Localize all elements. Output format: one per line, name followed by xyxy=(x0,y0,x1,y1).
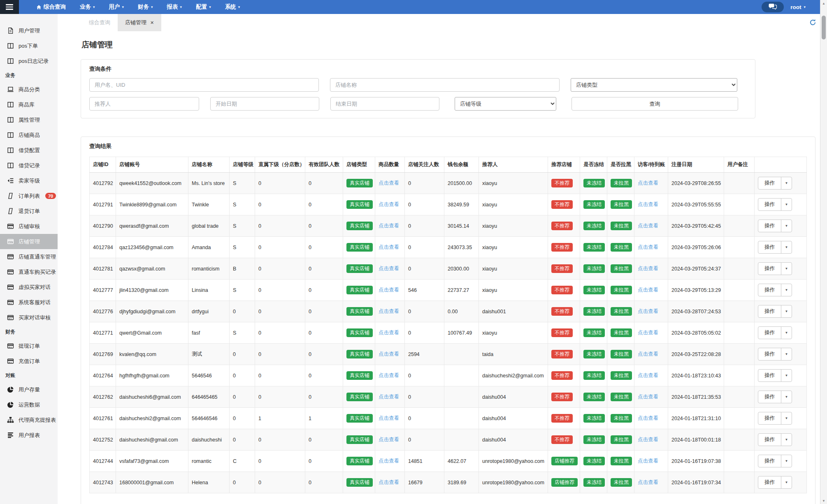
action-dropdown-toggle[interactable]: ▼ xyxy=(781,348,792,360)
action-button-label[interactable]: 操作 xyxy=(758,434,781,446)
sidebar-item-店铺商品[interactable]: 店铺商品 xyxy=(0,127,58,143)
sidebar-item-退货订单[interactable]: 退货订单 xyxy=(0,203,58,219)
action-dropdown-toggle[interactable]: ▼ xyxy=(781,391,792,403)
action-button[interactable]: 操作▼ xyxy=(758,198,792,211)
nav-item-财务[interactable]: 财务▾ xyxy=(138,3,153,11)
action-button-label[interactable]: 操作 xyxy=(758,263,781,275)
action-button[interactable]: 操作▼ xyxy=(758,369,792,382)
action-button-label[interactable]: 操作 xyxy=(758,284,781,296)
menu-toggle-button[interactable] xyxy=(0,0,19,14)
nav-item-业务[interactable]: 业务▾ xyxy=(80,3,95,11)
action-button[interactable]: 操作▼ xyxy=(758,326,792,339)
view-link[interactable]: 点击查看 xyxy=(379,223,399,229)
view-link[interactable]: 点击查看 xyxy=(638,330,658,335)
action-dropdown-toggle[interactable]: ▼ xyxy=(781,476,792,488)
sidebar-item-商品库[interactable]: 商品库 xyxy=(0,97,58,112)
view-link[interactable]: 点击查看 xyxy=(379,394,399,400)
action-button-label[interactable]: 操作 xyxy=(758,370,781,381)
sidebar-item-属性管理[interactable]: 属性管理 xyxy=(0,112,58,127)
view-link[interactable]: 点击查看 xyxy=(379,479,399,485)
sidebar-item-直通车购买记录[interactable]: 直通车购买记录 xyxy=(0,264,58,280)
tab-店铺管理[interactable]: 店铺管理✕ xyxy=(118,14,161,31)
action-button[interactable]: 操作▼ xyxy=(758,455,792,467)
sidebar-item-用户存量[interactable]: 用户存量 xyxy=(0,382,58,397)
action-button-label[interactable]: 操作 xyxy=(758,412,781,424)
view-link[interactable]: 点击查看 xyxy=(379,372,399,378)
referrer-input[interactable] xyxy=(89,97,199,111)
nav-item-综合查询[interactable]: 综合查询 xyxy=(36,3,66,11)
action-button-label[interactable]: 操作 xyxy=(758,476,781,488)
view-link[interactable]: 点击查看 xyxy=(379,201,399,207)
action-dropdown-toggle[interactable]: ▼ xyxy=(781,284,792,296)
action-dropdown-toggle[interactable]: ▼ xyxy=(781,263,792,275)
view-link[interactable]: 点击查看 xyxy=(638,458,658,464)
view-link[interactable]: 点击查看 xyxy=(379,330,399,335)
action-button[interactable]: 操作▼ xyxy=(758,348,792,361)
action-button-label[interactable]: 操作 xyxy=(758,305,781,317)
action-dropdown-toggle[interactable]: ▼ xyxy=(781,412,792,424)
view-link[interactable]: 点击查看 xyxy=(638,479,658,485)
action-dropdown-toggle[interactable]: ▼ xyxy=(781,199,792,210)
sidebar-item-pos下单[interactable]: pos下单 xyxy=(0,38,58,53)
vertical-scrollbar[interactable]: ▲ ▼ xyxy=(820,0,827,504)
sidebar-item-订单列表[interactable]: 订单列表70 xyxy=(0,188,58,203)
sidebar-item-充值订单[interactable]: 充值订单 xyxy=(0,354,58,369)
user-menu[interactable]: root ▾ xyxy=(790,4,806,10)
sidebar-item-商品分类[interactable]: 商品分类 xyxy=(0,82,58,97)
action-button[interactable]: 操作▼ xyxy=(758,284,792,296)
action-button[interactable]: 操作▼ xyxy=(758,476,792,489)
sidebar-item-提现订单[interactable]: 提现订单 xyxy=(0,338,58,354)
action-button-label[interactable]: 操作 xyxy=(758,455,781,467)
view-link[interactable]: 点击查看 xyxy=(638,180,658,186)
action-dropdown-toggle[interactable]: ▼ xyxy=(781,455,792,467)
sidebar-item-卖家等级[interactable]: 卖家等级 xyxy=(0,173,58,188)
view-link[interactable]: 点击查看 xyxy=(638,394,658,400)
action-button[interactable]: 操作▼ xyxy=(758,412,792,425)
view-link[interactable]: 点击查看 xyxy=(638,244,658,250)
action-button-label[interactable]: 操作 xyxy=(758,327,781,339)
action-button[interactable]: 操作▼ xyxy=(758,220,792,232)
shop-type-select[interactable]: 店铺类型 xyxy=(571,78,737,92)
view-link[interactable]: 点击查看 xyxy=(638,287,658,293)
sidebar-item-买家对话审核[interactable]: 买家对话审核 xyxy=(0,310,58,325)
action-dropdown-toggle[interactable]: ▼ xyxy=(781,305,792,317)
view-link[interactable]: 点击查看 xyxy=(379,351,399,357)
view-link[interactable]: 点击查看 xyxy=(638,266,658,271)
view-link[interactable]: 点击查看 xyxy=(638,372,658,378)
view-link[interactable]: 点击查看 xyxy=(638,437,658,442)
sidebar-item-pos日志记录[interactable]: pos日志记录 xyxy=(0,53,58,69)
scroll-down-icon[interactable]: ▼ xyxy=(820,497,827,504)
scrollbar-thumb[interactable] xyxy=(822,16,826,39)
sidebar-item-运营数据[interactable]: 运营数据 xyxy=(0,397,58,412)
view-link[interactable]: 点击查看 xyxy=(638,308,658,314)
action-dropdown-toggle[interactable]: ▼ xyxy=(781,241,792,253)
action-button-label[interactable]: 操作 xyxy=(758,199,781,210)
messages-button[interactable] xyxy=(762,2,784,12)
nav-item-配置[interactable]: 配置▾ xyxy=(196,3,211,11)
view-link[interactable]: 点击查看 xyxy=(638,415,658,421)
scroll-up-icon[interactable]: ▲ xyxy=(820,0,827,7)
action-dropdown-toggle[interactable]: ▼ xyxy=(781,434,792,446)
action-button[interactable]: 操作▼ xyxy=(758,433,792,446)
action-dropdown-toggle[interactable]: ▼ xyxy=(781,177,792,189)
sidebar-item-店铺审核[interactable]: 店铺审核 xyxy=(0,219,58,234)
action-button[interactable]: 操作▼ xyxy=(758,305,792,318)
action-button[interactable]: 操作▼ xyxy=(758,262,792,275)
close-icon[interactable]: ✕ xyxy=(150,20,154,25)
refresh-icon[interactable] xyxy=(809,19,816,26)
sidebar-item-借贷记录[interactable]: 借贷记录 xyxy=(0,158,58,173)
sidebar-item-虚拟买家对话[interactable]: 虚拟买家对话 xyxy=(0,280,58,295)
action-dropdown-toggle[interactable]: ▼ xyxy=(781,220,792,232)
sidebar-item-用户管理[interactable]: 用户管理 xyxy=(0,23,58,38)
action-button-label[interactable]: 操作 xyxy=(758,391,781,403)
action-button[interactable]: 操作▼ xyxy=(758,177,792,190)
view-link[interactable]: 点击查看 xyxy=(638,223,658,229)
sidebar-item-借贷配置[interactable]: 借贷配置 xyxy=(0,143,58,158)
nav-item-报表[interactable]: 报表▾ xyxy=(167,3,182,11)
shop-name-input[interactable] xyxy=(330,78,560,92)
action-button[interactable]: 操作▼ xyxy=(758,391,792,403)
sidebar-item-店铺直通车管理[interactable]: 店铺直通车管理 xyxy=(0,249,58,264)
view-link[interactable]: 点击查看 xyxy=(638,201,658,207)
action-button-label[interactable]: 操作 xyxy=(758,241,781,253)
action-button[interactable]: 操作▼ xyxy=(758,241,792,254)
